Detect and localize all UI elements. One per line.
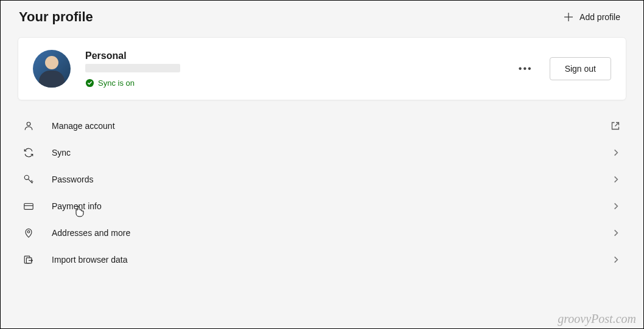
sync-row[interactable]: Sync <box>18 139 626 166</box>
chevron-right-icon <box>612 202 620 210</box>
more-options-button[interactable]: ••• <box>515 60 536 78</box>
setting-label: Addresses and more <box>52 228 612 238</box>
watermark: groovyPost.com <box>558 312 636 326</box>
plus-icon <box>564 12 573 22</box>
profile-name: Personal <box>85 50 515 61</box>
addresses-row[interactable]: Addresses and more <box>18 220 626 246</box>
setting-label: Manage account <box>52 121 611 131</box>
credit-card-icon <box>23 201 35 212</box>
chevron-right-icon <box>612 255 620 264</box>
chevron-right-icon <box>612 175 620 184</box>
page-title: Your profile <box>19 9 93 25</box>
sync-icon <box>23 147 35 158</box>
svg-point-3 <box>27 122 30 126</box>
setting-label: Sync <box>52 148 612 158</box>
svg-point-7 <box>27 230 30 233</box>
chevron-right-icon <box>612 148 620 157</box>
chevron-right-icon <box>612 229 620 237</box>
setting-label: Import browser data <box>52 255 612 265</box>
external-link-icon <box>611 121 620 131</box>
add-profile-label: Add profile <box>579 12 620 22</box>
profile-info: Personal Sync is on <box>85 50 515 88</box>
sync-status: Sync is on <box>85 78 515 88</box>
person-icon <box>23 120 35 131</box>
payment-info-row[interactable]: Payment info <box>18 193 626 220</box>
settings-list: Manage account Sync <box>18 113 626 273</box>
passwords-row[interactable]: Passwords <box>18 166 626 193</box>
add-profile-button[interactable]: Add profile <box>559 10 625 24</box>
key-icon <box>23 174 35 185</box>
sign-out-button[interactable]: Sign out <box>550 57 611 80</box>
import-icon <box>23 254 35 265</box>
svg-point-4 <box>24 175 29 179</box>
avatar <box>33 50 71 88</box>
setting-label: Payment info <box>52 201 612 211</box>
import-data-row[interactable]: Import browser data <box>18 246 626 273</box>
profile-card: Personal Sync is on ••• Sign out <box>18 37 626 100</box>
setting-label: Passwords <box>52 175 612 184</box>
page-header: Your profile Add profile <box>18 7 626 27</box>
check-circle-icon <box>85 78 94 88</box>
svg-rect-5 <box>24 204 33 210</box>
manage-account-row[interactable]: Manage account <box>18 113 626 139</box>
location-icon <box>23 227 35 238</box>
profile-email-redacted <box>85 64 180 72</box>
sync-status-label: Sync is on <box>98 78 135 88</box>
